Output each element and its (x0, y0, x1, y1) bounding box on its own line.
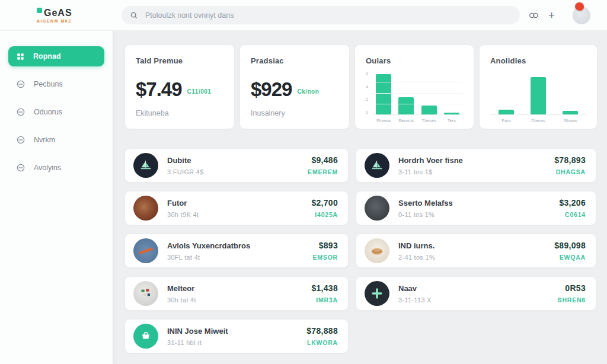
logo-icon (37, 8, 42, 13)
x-tick-label: Fars (494, 118, 518, 123)
y-tick-label: 2 (366, 97, 372, 102)
product-name: Naav (398, 284, 432, 293)
logo-text: GeAS (44, 8, 72, 18)
grid-icon (16, 52, 25, 61)
gridline (372, 104, 463, 104)
product-subtext: 3 FUIGR 4$ (167, 168, 204, 175)
logo-subtext: AIGENM M0Z (37, 19, 102, 23)
product-price-subtext: SHREN6 (558, 296, 586, 304)
stat-badge: Ck/non (297, 88, 319, 95)
product-row[interactable]: Futor 30h t9K 4t $2,700 I4025A (124, 191, 349, 225)
sidebar-item-2[interactable]: Oduorus (8, 102, 104, 122)
stat-badge: C11/001 (187, 88, 212, 95)
topbar: GeAS AIGENM M0Z + (0, 0, 607, 31)
x-tick-label: Flowva (372, 118, 395, 123)
sidebar-item-label: Nvrkm (34, 136, 55, 144)
plus-icon[interactable]: + (548, 9, 555, 21)
product-row[interactable]: ININ Jose Miweit 31-11 hbl rt $78,888 LK… (124, 319, 349, 353)
product-subtext: 2-41 tos 1% (398, 254, 435, 261)
sidebar-nav: Ropnad Pecbuns Oduorus Nvrkm Avolyins (0, 31, 113, 186)
circle-icon (16, 79, 25, 89)
product-row[interactable]: Avlols Yuxencrdatbros 30FL tat 4t $893 E… (124, 234, 349, 268)
search-icon (130, 11, 138, 20)
gridline (372, 82, 463, 82)
topbar-actions: + (529, 0, 590, 31)
product-price: $3,206 (559, 198, 586, 207)
photo-icon (133, 196, 158, 221)
x-tick-label: Theses (418, 118, 440, 123)
x-tick-label: Dienas (526, 118, 550, 123)
sailboat-icon (365, 153, 389, 178)
x-tick-label: Beunus (395, 118, 417, 123)
croissant-icon (365, 238, 389, 263)
bar (398, 97, 414, 114)
product-price-subtext: EMSOR (312, 254, 338, 261)
bar (563, 111, 578, 114)
logo[interactable]: GeAS AIGENM M0Z (37, 8, 102, 23)
product-row[interactable]: Naav 3-11-113 X 0R53 SHREN6 (356, 276, 596, 311)
product-price: $9,486 (308, 155, 338, 165)
product-price: $78,893 (554, 155, 586, 165)
product-row[interactable]: Dubite 3 FUIGR 4$ $9,486 EMEREM (124, 148, 349, 183)
product-subtext: 31-11 hbl rt (167, 339, 228, 346)
avatar[interactable] (573, 7, 590, 24)
bar (531, 77, 546, 114)
product-row[interactable]: Hordrh Voer fisne 3-11 tos 1$ $78,893 DH… (356, 148, 596, 183)
photo-icon (365, 196, 389, 221)
product-lists: Dubite 3 FUIGR 4$ $9,486 EMEREM Futor 30… (124, 148, 598, 353)
stat-subtext: Ekituneba (136, 109, 223, 117)
chart-title: Oulars (366, 56, 463, 65)
sidebar-item-label: Pecbuns (34, 80, 63, 88)
product-price: $89,098 (554, 241, 586, 250)
sidebar-item-3[interactable]: Nvrkm (8, 130, 104, 150)
sidebar-item-0[interactable]: Ropnad (8, 46, 104, 66)
y-tick-label: 0 (366, 110, 372, 115)
product-name: Futor (167, 199, 199, 207)
sailboat-icon (133, 153, 158, 178)
search-input[interactable] (145, 11, 512, 20)
y-tick-label: 4 (366, 84, 372, 90)
y-tick-label: 6 (366, 71, 372, 76)
chart-card-analytics: Anolidles FarsDienasShana (479, 44, 598, 129)
sidebar: Ropnad Pecbuns Oduorus Nvrkm Avolyins (0, 31, 113, 364)
product-name: Hordrh Voer fisne (398, 156, 463, 165)
product-subtext: 30h tat 4t (167, 296, 196, 304)
circle-icon (16, 163, 25, 173)
stat-value: $7.49 (136, 78, 182, 101)
confetti-icon (133, 281, 158, 306)
product-price-subtext: IMR3A (311, 296, 338, 304)
product-subtext: 30h t9K 4t (167, 211, 199, 218)
product-price-subtext: DHAGSA (554, 168, 586, 175)
bar (444, 113, 459, 114)
product-price-subtext: LKWORA (306, 339, 338, 346)
circle-icon (16, 107, 25, 117)
circle-icon (16, 135, 25, 145)
product-subtext: 3-11-113 X (398, 296, 432, 304)
product-price-subtext: EMEREM (308, 168, 338, 175)
cart-icon (133, 324, 158, 349)
product-price: $1,438 (311, 283, 338, 293)
notification-badge (575, 2, 584, 11)
sidebar-item-label: Ropnad (33, 52, 61, 60)
sidebar-item-label: Oduorus (34, 108, 62, 116)
product-row[interactable]: Melteor 30h tat 4t $1,438 IMR3A (124, 276, 349, 311)
stat-title: Pradsiac (251, 56, 338, 65)
sidebar-item-4[interactable]: Avolyins (8, 158, 104, 178)
product-price: $2,700 (311, 198, 338, 207)
stat-subtext: Inusainery (251, 109, 338, 117)
stat-card-products: Pradsiac $929 Ck/non Inusainery (239, 44, 350, 129)
sidebar-item-1[interactable]: Pecbuns (8, 74, 104, 94)
product-row[interactable]: Sserto Melafss 0-11 tos 1% $3,206 C0614 (356, 191, 596, 225)
plus-icon (365, 281, 389, 306)
link-icon[interactable] (529, 11, 539, 20)
product-subtext: 0-11 tos 1% (398, 211, 453, 218)
stat-card-revenue: Tald Premue $7.49 C11/001 Ekituneba (124, 44, 235, 129)
chart-title: Anolidles (490, 56, 586, 65)
sidebar-item-label: Avolyins (34, 164, 61, 172)
product-name: Melteor (167, 284, 196, 293)
analytics-bar-chart: FarsDienasShana (490, 71, 586, 123)
bar (499, 110, 514, 114)
x-tick-label: Ters (440, 118, 463, 123)
product-row[interactable]: IND iurns. 2-41 tos 1% $89,098 EWQAA (356, 234, 596, 268)
search-bar[interactable] (122, 6, 520, 24)
